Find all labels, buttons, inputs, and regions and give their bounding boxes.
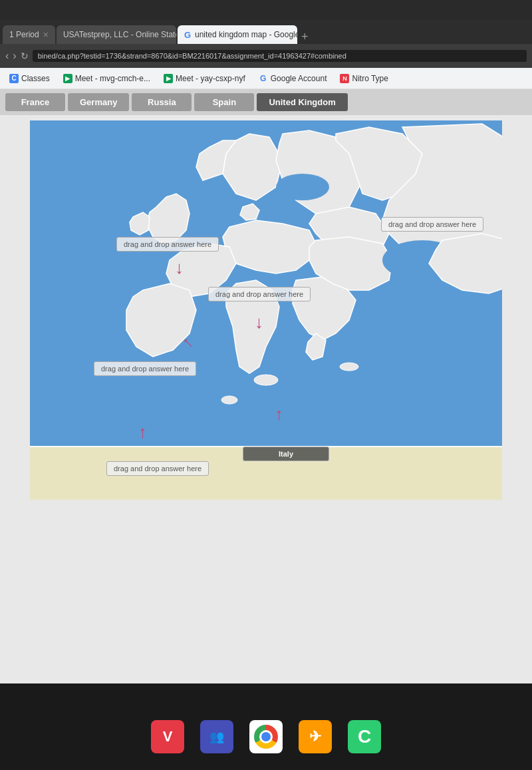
address-input[interactable]: bined/ca.php?testid=1736&strand=8670&id=… [33, 50, 527, 62]
bookmark-classes[interactable]: C Classes [5, 73, 54, 85]
browser-chrome: 1 Period × USATestprep, LLC - Online Sta… [0, 20, 532, 89]
tab-usatestprep[interactable]: USATestprep, LLC - Online State × [57, 25, 176, 44]
svg-point-22 [254, 375, 278, 385]
bookmark-label: Classes [21, 74, 50, 83]
forward-button[interactable]: › [13, 50, 16, 62]
tab-label: 1 Period [9, 30, 39, 39]
back-button[interactable]: ‹ [5, 50, 9, 62]
bookmark-meet2[interactable]: ▶ Meet - yay-csxp-nyf [160, 73, 249, 85]
drop-zone-italy[interactable]: Italy [243, 447, 329, 461]
google-icon: G [259, 74, 268, 83]
chrome-icon[interactable] [249, 720, 283, 753]
nitro-icon: N [340, 74, 349, 83]
drop-zone-1[interactable]: drag and drop answer here [116, 237, 219, 252]
bookmark-label: Nitro Type [352, 74, 388, 83]
svg-point-23 [221, 396, 237, 404]
c-app-icon[interactable]: C [348, 720, 381, 753]
vivaldi-icon[interactable]: V [151, 720, 184, 753]
answer-russia[interactable]: Russia [132, 93, 192, 111]
new-tab-button[interactable]: + [301, 30, 309, 44]
drop-zone-6[interactable]: drag and drop answer here [381, 217, 483, 232]
drop-zone-2[interactable]: drag and drop answer here [208, 287, 311, 301]
tab-bar: 1 Period × USATestprep, LLC - Online Sta… [0, 20, 532, 44]
svg-point-24 [340, 363, 358, 371]
answer-germany[interactable]: Germany [68, 93, 129, 111]
answer-france[interactable]: France [5, 93, 65, 111]
tab-1period[interactable]: 1 Period × [3, 25, 55, 44]
bookmarks-bar: C Classes ▶ Meet - mvg-cmch-e... ▶ Meet … [0, 68, 532, 89]
tab-close-icon[interactable]: × [43, 29, 49, 40]
os-bar [0, 0, 532, 20]
bookmark-google[interactable]: G Google Account [255, 73, 331, 85]
address-bar-row: ‹ › ↻ bined/ca.php?testid=1736&strand=86… [0, 44, 532, 68]
taskbar: V 👥 ✈ C [0, 703, 532, 770]
tab-google-map[interactable]: G united kingdom map - Google S × [178, 25, 297, 44]
bookmark-label: Meet - yay-csxp-nyf [176, 74, 245, 83]
feather-icon[interactable]: ✈ [299, 720, 332, 753]
bookmark-label: Google Account [271, 74, 327, 83]
chrome-logo [254, 725, 278, 749]
page-content: France Germany Russia Spain United Kingd… [0, 89, 532, 683]
meet-icon: ▶ [63, 74, 72, 83]
svg-point-18 [276, 174, 329, 200]
meet-icon: ▶ [164, 74, 173, 83]
tab-label: united kingdom map - Google S [195, 30, 297, 39]
classes-icon: C [9, 74, 19, 83]
reload-button[interactable]: ↻ [21, 51, 29, 61]
answer-spain[interactable]: Spain [194, 93, 254, 111]
google-tab-icon: G [184, 30, 191, 40]
tab-label: USATestprep, LLC - Online State [63, 30, 176, 39]
bookmark-meet1[interactable]: ▶ Meet - mvg-cmch-e... [59, 73, 154, 85]
drop-zone-3[interactable]: drag and drop answer here [94, 361, 196, 376]
europe-map: drag and drop answer here drag and drop … [30, 120, 502, 500]
teams-icon[interactable]: 👥 [200, 720, 233, 753]
answer-buttons-row: France Germany Russia Spain United Kingd… [0, 89, 532, 115]
drop-zone-5[interactable]: drag and drop answer here [106, 461, 209, 476]
bookmark-label: Meet - mvg-cmch-e... [75, 74, 150, 83]
bookmark-nitro[interactable]: N Nitro Type [336, 73, 392, 85]
answer-united-kingdom[interactable]: United Kingdom [257, 93, 347, 111]
